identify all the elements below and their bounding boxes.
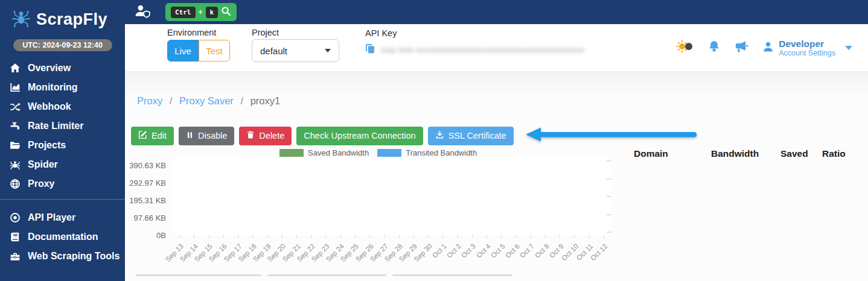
right-axis-ticks: [607, 158, 611, 235]
k-key-chip: k: [206, 7, 219, 18]
sidebar-item-webhook[interactable]: Webhook: [0, 97, 125, 116]
sidebar-nav: Overview Monitoring: [0, 58, 125, 266]
sidebar-item-label: Webhook: [28, 101, 71, 112]
trash-icon: [246, 130, 255, 141]
spider-logo-icon: [11, 8, 31, 31]
breadcrumb-proxy-saver-link[interactable]: Proxy Saver: [179, 95, 234, 106]
api-key-row: scp-live-xxxxxxxxxxxxxxxxxxxxxxxxxxxxxxx…: [365, 43, 585, 57]
chevron-down-icon: [325, 49, 331, 52]
environment-test-button[interactable]: Test: [199, 40, 230, 62]
axis-tick: [607, 160, 611, 162]
legend-item-saved[interactable]: Saved Bandwidth: [279, 148, 369, 157]
pause-icon: [186, 131, 194, 141]
sidebar: ScrapFly UTC: 2024-09-23 12:40 Overview …: [0, 0, 125, 281]
column-header-ratio: Ratio: [822, 148, 858, 164]
toolbox-icon: [9, 251, 21, 262]
account-name: Developer: [779, 39, 835, 49]
check-upstream-connection-button[interactable]: Check Upstream Connection: [296, 127, 423, 145]
axis-tick: [607, 232, 611, 233]
disable-button[interactable]: Disable: [179, 127, 234, 145]
account-menu[interactable]: Developer Account Settings: [762, 39, 852, 57]
sidebar-item-label: Projects: [28, 140, 66, 151]
theme-toggle-icon[interactable]: [675, 39, 694, 56]
sidebar-item-label: Proxy: [28, 178, 54, 189]
download-icon: [435, 130, 444, 141]
transited-bandwidth-swatch: [377, 149, 401, 157]
plus-sign: +: [199, 8, 203, 16]
delete-button[interactable]: Delete: [239, 127, 292, 145]
api-key-label: API Key: [365, 28, 397, 38]
folder-icon: [9, 140, 21, 151]
project-label: Project: [252, 28, 279, 37]
environment-toggle: Live Test: [167, 40, 230, 62]
x-axis-label: Sep 30: [421, 239, 435, 275]
y-axis-tick-label: 390.63 KB: [125, 157, 166, 174]
sidebar-item-overview[interactable]: Overview: [0, 58, 125, 78]
x-axis: Sep 13Sep 14Sep 15Sep 16Sep 17Sep 18Sep …: [172, 235, 611, 279]
edit-pencil-icon: [138, 130, 147, 141]
x-axis-label: Oct 4: [479, 239, 494, 275]
sidebar-item-label: API Player: [28, 212, 75, 223]
scrapfly-logo[interactable]: ScrapFly: [0, 0, 125, 31]
megaphone-icon[interactable]: [734, 40, 748, 55]
sidebar-item-monitoring[interactable]: Monitoring: [0, 78, 125, 97]
app-title: ScrapFly: [36, 10, 107, 29]
sidebar-item-documentation[interactable]: Documentation: [0, 227, 125, 247]
x-axis-label: Oct 3: [465, 239, 479, 275]
sidebar-item-label: Rate Limiter: [28, 121, 83, 131]
legend-item-transited[interactable]: Transited Bandwidth: [377, 148, 477, 157]
search-icon: [221, 6, 231, 18]
sidebar-item-rate-limiter[interactable]: Rate Limiter: [0, 116, 125, 136]
x-axis-label: Oct 7: [523, 239, 538, 275]
annotation-arrow: [525, 125, 698, 146]
y-axis-tick-label: 97.66 KB: [125, 209, 166, 227]
chart-icon: [9, 82, 21, 93]
y-axis-tick-label: 292.97 KB: [125, 174, 166, 192]
spider-icon: [9, 159, 21, 170]
y-axis-labels: 390.63 KB292.97 KB195.31 KB97.66 KB0B: [125, 157, 166, 244]
breadcrumb-current: proxy1: [251, 95, 281, 106]
sidebar-item-web-scraping-tools[interactable]: Web Scraping Tools: [0, 247, 125, 266]
column-header-domain: Domain: [634, 148, 711, 164]
y-axis-tick-label: 195.31 KB: [125, 192, 166, 209]
breadcrumb: Proxy / Proxy Saver / proxy1: [137, 95, 280, 107]
user-shield-icon[interactable]: [135, 4, 151, 21]
ssl-certificate-button[interactable]: SSL Certificate: [428, 127, 514, 145]
book-icon: [9, 232, 21, 242]
y-axis-tick-label: 0B: [125, 227, 166, 244]
card-top-border: [267, 274, 386, 276]
sidebar-item-label: Documentation: [28, 232, 98, 242]
utc-clock-badge: UTC: 2024-09-23 12:40: [13, 39, 112, 51]
search-shortcut-button[interactable]: Ctrl + k: [165, 3, 237, 21]
api-key-masked-value[interactable]: scp-live-xxxxxxxxxxxxxxxxxxxxxxxxxxxxxxx…: [381, 45, 585, 54]
faucet-icon: [9, 121, 21, 131]
bell-icon[interactable]: [708, 40, 720, 55]
project-selected-value: default: [260, 46, 287, 56]
home-icon: [9, 63, 21, 74]
sidebar-item-proxy[interactable]: Proxy: [0, 174, 125, 194]
sidebar-item-projects[interactable]: Projects: [0, 136, 125, 155]
action-buttons-row: Edit Disable Delete Check Upstream Conne…: [131, 125, 698, 146]
card-top-border: [136, 274, 261, 276]
axis-tick: [607, 214, 611, 215]
saved-bandwidth-swatch: [279, 149, 304, 157]
project-select[interactable]: default: [252, 39, 339, 62]
copy-icon[interactable]: [365, 43, 375, 57]
breadcrumb-proxy-link[interactable]: Proxy: [137, 95, 162, 106]
environment-label: Environment: [167, 28, 216, 37]
sidebar-item-label: Spider: [28, 159, 58, 170]
domain-summary-table: Domain Bandwidth Saved Ratio: [634, 148, 858, 164]
header-actions: Developer Account Settings: [675, 24, 852, 71]
environment-live-button[interactable]: Live: [167, 40, 199, 62]
card-top-border: [392, 274, 512, 276]
account-settings-link[interactable]: Account Settings: [779, 49, 835, 57]
column-header-saved: Saved: [780, 148, 822, 164]
sidebar-item-api-player[interactable]: API Player: [0, 208, 125, 227]
header-row: Environment Live Test Project default AP…: [125, 24, 868, 72]
sidebar-item-spider[interactable]: Spider: [0, 155, 125, 174]
person-icon: [762, 41, 774, 55]
x-axis-label: Oct 8: [538, 239, 552, 275]
breadcrumb-separator: /: [240, 95, 243, 106]
topbar: Ctrl + k: [125, 0, 868, 24]
edit-button[interactable]: Edit: [131, 127, 174, 145]
